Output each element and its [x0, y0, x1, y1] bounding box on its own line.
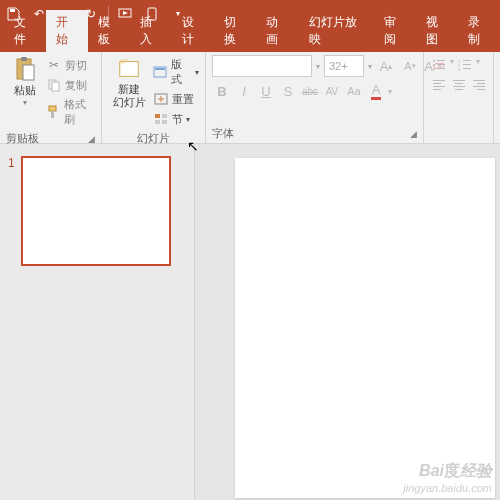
group-paragraph: ▾ 123 ▾	[424, 52, 494, 143]
slide-thumbnail[interactable]: 1	[8, 156, 186, 266]
svg-rect-34	[453, 80, 465, 81]
svg-rect-16	[155, 120, 160, 124]
chevron-down-icon[interactable]: ▾	[450, 57, 454, 73]
svg-point-20	[433, 64, 435, 66]
section-button[interactable]: 节 ▾	[153, 109, 199, 129]
svg-rect-4	[21, 57, 27, 61]
tab-record[interactable]: 录制	[458, 10, 500, 52]
svg-rect-27	[463, 64, 471, 65]
copy-icon	[46, 77, 62, 93]
svg-rect-41	[477, 89, 485, 90]
svg-rect-19	[437, 60, 445, 61]
section-icon	[153, 111, 169, 127]
ribbon-tabs: 文件 开始 模板 插入 设计 切换 动画 幻灯片放映 审阅 视图 录制	[0, 27, 500, 52]
bold-button[interactable]: B	[212, 81, 232, 101]
increase-font-icon[interactable]: A▴	[376, 56, 396, 76]
svg-rect-5	[23, 65, 34, 80]
new-slide-icon	[117, 57, 141, 81]
dialog-launcher-icon[interactable]: ◢	[410, 129, 417, 139]
svg-rect-12	[155, 68, 165, 70]
paste-label: 粘贴	[14, 83, 36, 98]
group-font-label: 字体	[212, 126, 234, 141]
svg-rect-40	[473, 86, 485, 87]
svg-rect-23	[437, 68, 445, 69]
svg-point-22	[433, 68, 435, 70]
underline-button[interactable]: U	[256, 81, 276, 101]
slide-thumbnail-panel[interactable]: 1	[0, 144, 195, 500]
dialog-launcher-icon[interactable]: ◢	[88, 134, 95, 144]
svg-rect-36	[453, 86, 465, 87]
slide-canvas[interactable]	[235, 158, 495, 498]
chevron-down-icon[interactable]: ▾	[388, 87, 392, 96]
layout-button[interactable]: 版式 ▾	[153, 55, 199, 89]
paste-icon	[13, 57, 37, 81]
tab-transitions[interactable]: 切换	[214, 10, 256, 52]
svg-text:3: 3	[458, 67, 461, 71]
cut-button[interactable]: ✂ 剪切	[46, 55, 95, 75]
chevron-down-icon[interactable]: ▾	[476, 57, 480, 73]
cut-label: 剪切	[65, 58, 87, 73]
svg-rect-32	[433, 86, 445, 87]
svg-rect-14	[155, 114, 160, 118]
ribbon: 粘贴 ▾ ✂ 剪切 复制 格式刷	[0, 52, 500, 144]
change-case-button[interactable]: Aa	[344, 81, 364, 101]
font-size-select[interactable]	[324, 55, 364, 77]
numbering-icon[interactable]: 123	[456, 57, 474, 73]
workspace: 1 ↖	[0, 144, 500, 500]
svg-rect-29	[463, 68, 471, 69]
reset-button[interactable]: 重置	[153, 89, 199, 109]
tab-template[interactable]: 模板	[88, 10, 130, 52]
svg-rect-31	[433, 83, 441, 84]
svg-rect-30	[433, 80, 445, 81]
svg-rect-25	[463, 60, 471, 61]
section-label: 节	[172, 112, 183, 127]
new-slide-button[interactable]: 新建 幻灯片	[108, 55, 151, 109]
copy-label: 复制	[65, 78, 87, 93]
align-right-icon[interactable]	[470, 77, 488, 93]
align-center-icon[interactable]	[450, 77, 468, 93]
group-clipboard: 粘贴 ▾ ✂ 剪切 复制 格式刷	[0, 52, 102, 143]
svg-rect-7	[52, 82, 59, 91]
svg-rect-9	[51, 111, 54, 118]
bullets-icon[interactable]	[430, 57, 448, 73]
svg-rect-33	[433, 89, 441, 90]
svg-rect-17	[162, 120, 167, 124]
format-painter-button[interactable]: 格式刷	[46, 95, 95, 129]
chevron-down-icon[interactable]: ▾	[368, 62, 372, 71]
cursor-icon: ↖	[187, 138, 199, 154]
format-painter-label: 格式刷	[64, 97, 95, 127]
tab-design[interactable]: 设计	[172, 10, 214, 52]
tab-insert[interactable]: 插入	[130, 10, 172, 52]
reset-label: 重置	[172, 92, 194, 107]
chevron-down-icon[interactable]: ▾	[316, 62, 320, 71]
svg-point-18	[433, 60, 435, 62]
font-name-select[interactable]	[212, 55, 312, 77]
tab-animations[interactable]: 动画	[256, 10, 298, 52]
slide-number: 1	[8, 156, 15, 266]
copy-button[interactable]: 复制	[46, 75, 95, 95]
decrease-font-icon[interactable]: A▾	[400, 56, 420, 76]
chevron-down-icon: ▾	[186, 115, 190, 124]
slide-preview[interactable]	[21, 156, 171, 266]
tab-view[interactable]: 视图	[416, 10, 458, 52]
svg-rect-15	[162, 114, 167, 118]
tab-slideshow[interactable]: 幻灯片放映	[299, 10, 374, 52]
paste-button[interactable]: 粘贴 ▾	[6, 55, 44, 107]
strikethrough-button[interactable]: abc	[300, 81, 320, 101]
new-slide-label: 新建 幻灯片	[113, 83, 146, 109]
tab-file[interactable]: 文件	[4, 10, 46, 52]
shadow-button[interactable]: S	[278, 81, 298, 101]
slide-canvas-area[interactable]: ↖	[195, 144, 500, 500]
layout-icon	[153, 64, 168, 80]
layout-label: 版式	[171, 57, 192, 87]
group-slides: 新建 幻灯片 版式 ▾ 重置	[102, 52, 206, 143]
italic-button[interactable]: I	[234, 81, 254, 101]
char-spacing-button[interactable]: AV	[322, 81, 342, 101]
align-left-icon[interactable]	[430, 77, 448, 93]
cut-icon: ✂	[46, 57, 62, 73]
svg-rect-8	[49, 106, 56, 111]
format-painter-icon	[46, 104, 61, 120]
tab-review[interactable]: 审阅	[374, 10, 416, 52]
font-color-button[interactable]: A	[366, 81, 386, 101]
tab-home[interactable]: 开始	[46, 10, 88, 52]
